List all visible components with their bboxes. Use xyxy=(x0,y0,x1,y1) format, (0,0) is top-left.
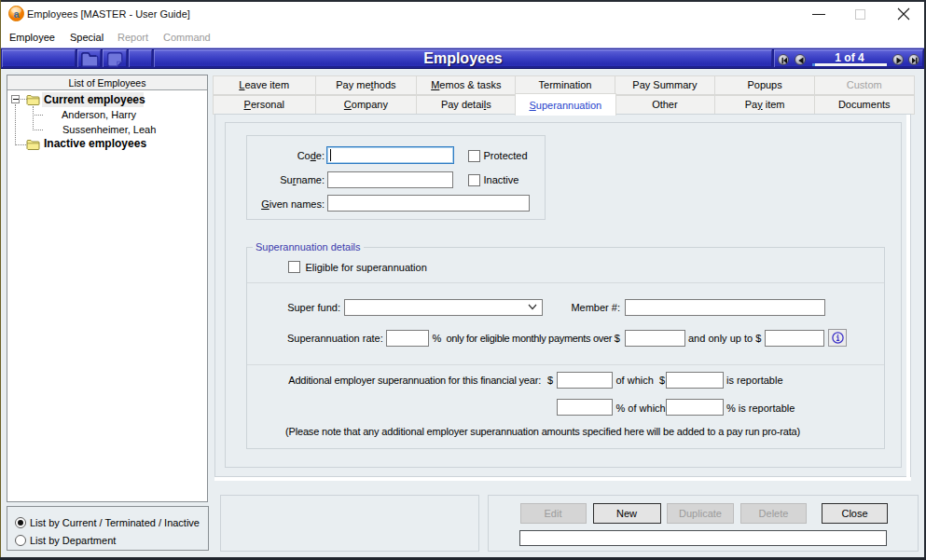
svg-text:a: a xyxy=(13,8,20,20)
